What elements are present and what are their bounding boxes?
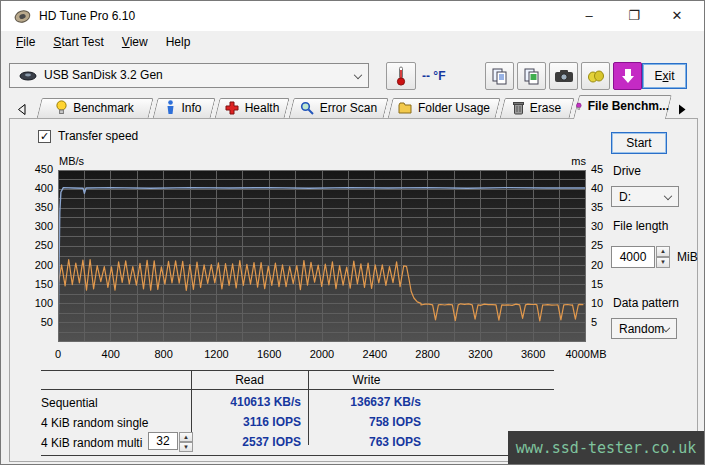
tab-folder-usage[interactable]: Folder Usage — [390, 98, 498, 119]
drive-label: Drive — [613, 164, 641, 178]
menu-bar: File Start Test View Help — [1, 31, 704, 53]
title-bar: HD Tune Pro 6.10 – ❐ ✕ — [1, 1, 704, 31]
sequential-read-value: 410613 KB/s — [191, 395, 301, 409]
data-pattern-select[interactable]: Random — [611, 318, 677, 339]
minimize-button[interactable]: – — [574, 1, 604, 31]
tab-label: File Benchm... — [588, 99, 669, 113]
data-pattern-label: Data pattern — [613, 296, 679, 310]
axis-tick-label: 250 — [21, 239, 53, 251]
data-pattern-value: Random — [619, 322, 664, 336]
tab-scroll-right-button[interactable] — [674, 101, 690, 117]
write-column-header: Write — [308, 373, 425, 387]
axis-tick-label: 50 — [21, 316, 53, 328]
tab-error-scan[interactable]: Error Scan — [291, 98, 386, 119]
drive-select[interactable]: D: — [611, 186, 679, 207]
watermark-text: www.ssd-tester.co.uk — [516, 439, 697, 457]
chevron-down-icon — [354, 70, 362, 78]
menu-start-test[interactable]: Start Test — [44, 31, 112, 53]
random-multi-read-value: 2537 IOPS — [191, 435, 301, 449]
row-label-sequential: Sequential — [41, 396, 98, 410]
tab-label: Health — [245, 101, 280, 115]
download-button[interactable] — [613, 62, 642, 90]
tab-scroll-left-button[interactable] — [14, 101, 30, 117]
file-benchmark-bulb-icon — [576, 99, 582, 114]
transfer-speed-label: Transfer speed — [58, 129, 138, 143]
axis-tick-label: 350 — [21, 201, 53, 213]
watermark: www.ssd-tester.co.uk — [508, 431, 704, 464]
temperature-button[interactable] — [386, 62, 416, 90]
axis-tick-label: 300 — [21, 220, 53, 232]
hd-tune-pro-window: HD Tune Pro 6.10 – ❐ ✕ File Start Test V… — [0, 0, 705, 465]
axis-tick-label: 0 — [33, 348, 83, 360]
copy-image-icon — [523, 67, 541, 85]
folder-icon — [398, 102, 412, 114]
menu-file[interactable]: File — [7, 31, 44, 53]
app-disk-icon — [14, 8, 31, 25]
device-select[interactable]: USB SanDisk 3.2 Gen — [9, 63, 369, 88]
axis-tick-label: 100 — [21, 297, 53, 309]
queue-depth-input[interactable]: 32 — [148, 432, 178, 450]
tab-label: Benchmark — [73, 101, 134, 115]
transfer-speed-checkbox[interactable]: ✓ — [38, 130, 51, 143]
save-button[interactable] — [581, 62, 610, 90]
copy-text-button[interactable] — [485, 62, 514, 90]
tab-file-benchmark[interactable]: File Benchm... — [576, 95, 669, 119]
hands-icon — [587, 68, 605, 84]
tab-info[interactable]: Info — [155, 98, 213, 119]
copy-image-button[interactable] — [517, 62, 546, 90]
health-cross-icon — [225, 101, 239, 115]
tab-label: Erase — [530, 101, 561, 115]
camera-icon — [554, 69, 574, 83]
axis-tick-label: 1600 — [244, 348, 294, 360]
benchmark-bulb-icon — [56, 100, 67, 115]
tab-benchmark[interactable]: Benchmark — [39, 98, 151, 119]
tab-label: Folder Usage — [418, 101, 490, 115]
magnifier-icon — [300, 101, 314, 115]
screenshot-button[interactable] — [549, 62, 578, 90]
tab-erase[interactable]: Erase — [502, 98, 572, 119]
row-label-random-multi: 4 KiB random multi — [41, 436, 142, 450]
file-length-input[interactable]: 4000 — [611, 246, 655, 268]
start-button[interactable]: Start — [611, 132, 667, 154]
exit-button[interactable]: Exit — [642, 63, 687, 89]
table-rule-header — [41, 389, 554, 390]
copy-text-icon — [491, 67, 509, 85]
file-length-unit: MiB — [677, 250, 698, 264]
maximize-button[interactable]: ❐ — [619, 1, 649, 31]
arrow-right-icon — [678, 104, 686, 115]
axis-tick-label: 3200 — [455, 348, 505, 360]
tab-label: Info — [181, 101, 201, 115]
axis-tick-label: 200 — [21, 259, 53, 271]
benchmark-chart — [58, 170, 586, 342]
axis-tick-label: 400 — [86, 348, 136, 360]
trash-icon — [513, 101, 524, 115]
tab-label: Error Scan — [320, 101, 377, 115]
stepper-up-icon[interactable]: ▲ — [656, 246, 670, 257]
axis-tick-label: 2400 — [350, 348, 400, 360]
stepper-down-icon[interactable]: ▼ — [656, 257, 670, 268]
axis-tick-label: 2800 — [403, 348, 453, 360]
random-single-read-value: 3116 IOPS — [191, 415, 301, 429]
y-axis-unit-left: MB/s — [59, 155, 84, 167]
temperature-value: -- °F — [422, 69, 445, 83]
axis-tick-label: 15 — [591, 278, 621, 290]
file-length-stepper[interactable]: ▲▼ — [656, 246, 670, 268]
axis-tick-label: 4000MB — [561, 348, 611, 360]
tab-health[interactable]: Health — [217, 98, 287, 119]
row-label-random-single: 4 KiB random single — [41, 416, 148, 430]
drive-value: D: — [619, 190, 631, 204]
menu-view[interactable]: View — [113, 31, 157, 53]
random-single-write-value: 758 IOPS — [311, 415, 421, 429]
y-axis-unit-right: ms — [556, 155, 586, 167]
close-button[interactable]: ✕ — [662, 1, 692, 31]
device-disk-icon — [19, 70, 37, 82]
axis-tick-label: 1200 — [191, 348, 241, 360]
sequential-write-value: 136637 KB/s — [311, 395, 421, 409]
menu-help[interactable]: Help — [157, 31, 200, 53]
table-rule-bottom — [41, 455, 546, 456]
device-name: USB SanDisk 3.2 Gen — [44, 68, 163, 82]
axis-tick-label: 450 — [21, 163, 53, 175]
info-icon — [166, 100, 175, 115]
download-arrow-icon — [621, 68, 635, 84]
chevron-down-icon — [664, 191, 672, 199]
